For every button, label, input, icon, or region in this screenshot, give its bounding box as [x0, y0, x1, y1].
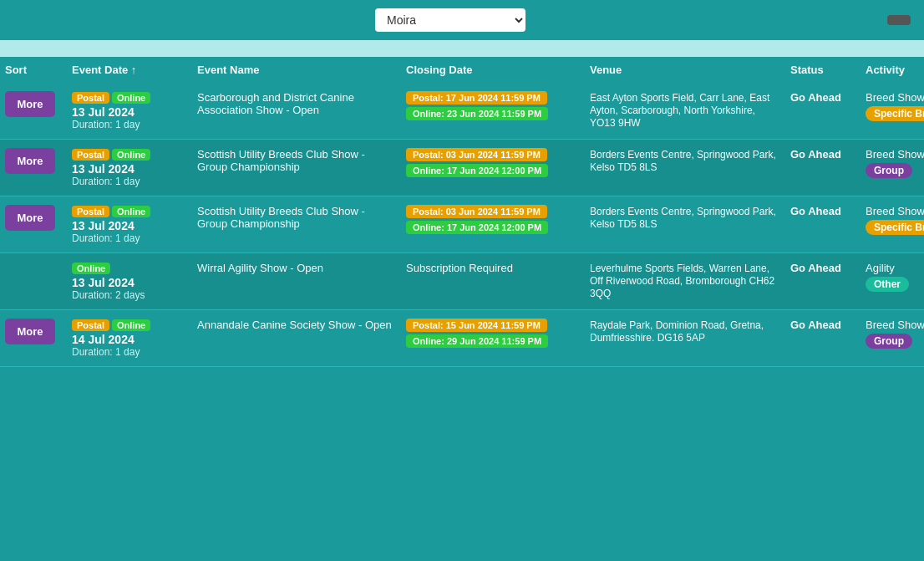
options-button[interactable]: [887, 15, 911, 25]
more-button[interactable]: More: [5, 319, 55, 344]
options-section: [881, 15, 911, 25]
event-name-cell: Annandale Canine Society Show - Open: [192, 319, 401, 331]
closing-postal-badge: Postal: 15 Jun 2024 11:59 PM: [406, 319, 547, 332]
status-text: Go Ahead: [790, 148, 841, 161]
badges-row: PostalOnline: [72, 91, 187, 104]
event-duration: Duration: 2 days: [72, 289, 187, 301]
event-date: 14 Jul 2024: [72, 333, 187, 346]
status-text: Go Ahead: [790, 91, 841, 104]
event-name-cell: Scottish Utility Breeds Club Show - Grou…: [192, 205, 401, 230]
event-name-cell: Scarborough and District Canine Associat…: [192, 91, 401, 116]
more-button[interactable]: More: [5, 91, 55, 117]
activity-text: Breed Showing: [866, 148, 924, 161]
more-button[interactable]: More: [5, 148, 55, 174]
status-text: Go Ahead: [790, 319, 841, 331]
event-name-text: Scarborough and District Canine Associat…: [197, 91, 354, 116]
event-name-text: Annandale Canine Society Show - Open: [197, 319, 392, 331]
status-cell: Go Ahead: [785, 91, 861, 104]
sort-cell: More: [0, 91, 67, 117]
event-date: 13 Jul 2024: [72, 105, 187, 119]
event-name-text: Wirral Agility Show - Open: [197, 262, 323, 274]
sort-cell: More: [0, 319, 67, 344]
event-duration: Duration: 1 day: [72, 176, 187, 187]
closing-postal-badge: Postal: 03 Jun 2024 11:59 PM: [406, 205, 547, 218]
activity-text: Breed Showing: [866, 91, 924, 104]
online-badge: Online: [112, 206, 150, 217]
postal-badge: Postal: [72, 206, 109, 217]
col-event-name: Event Name: [192, 64, 401, 76]
online-badge: Online: [72, 263, 110, 274]
for-section: Moira: [368, 8, 525, 32]
sort-cell: More: [0, 205, 67, 231]
table-row: MorePostalOnline 13 Jul 2024 Duration: 1…: [0, 140, 924, 196]
date-cell: PostalOnline 13 Jul 2024 Duration: 1 day: [67, 148, 192, 187]
venue-text: East Ayton Sports Field, Carr Lane, East…: [590, 92, 769, 129]
status-cell: Go Ahead: [785, 205, 861, 217]
closing-online-badge: Online: 17 Jun 2024 12:00 PM: [406, 221, 548, 234]
postal-badge: Postal: [72, 319, 109, 331]
closing-online-badge: Online: 23 Jun 2024 11:59 PM: [406, 107, 548, 120]
closing-date-cell: Postal: 15 Jun 2024 11:59 PM Online: 29 …: [401, 319, 585, 348]
closing-date-cell: Postal: 03 Jun 2024 11:59 PM Online: 17 …: [401, 205, 585, 234]
activity-badge: Group: [866, 334, 912, 349]
venue-text: Borders Events Centre, Springwood Park, …: [590, 206, 776, 230]
venue-cell: East Ayton Sports Field, Carr Lane, East…: [585, 91, 785, 129]
header: Moira: [0, 0, 924, 55]
status-cell: Go Ahead: [785, 148, 861, 161]
closing-date-cell: Postal: 17 Jun 2024 11:59 PM Online: 23 …: [401, 91, 585, 120]
activity-cell: Breed Showing Specific Breed: [861, 91, 924, 121]
postal-badge: Postal: [72, 92, 109, 104]
event-name-text: Scottish Utility Breeds Club Show - Grou…: [197, 205, 365, 230]
date-cell: PostalOnline 13 Jul 2024 Duration: 1 day: [67, 91, 192, 130]
activity-badge: Specific Breed: [866, 220, 924, 235]
col-closing-date: Closing Date: [401, 64, 585, 76]
table-header-row: Sort Event Date ↑ Event Name Closing Dat…: [0, 55, 924, 83]
badges-row: PostalOnline: [72, 148, 187, 161]
venue-cell: Leverhulme Sports Fields, Warren Lane, O…: [585, 262, 785, 299]
closing-date-cell: Subscription Required: [401, 262, 585, 274]
event-duration: Duration: 1 day: [72, 119, 187, 130]
col-status: Status: [785, 64, 861, 76]
table: Sort Event Date ↑ Event Name Closing Dat…: [0, 55, 924, 367]
event-name-cell: Scottish Utility Breeds Club Show - Grou…: [192, 148, 401, 173]
event-duration: Duration: 1 day: [72, 232, 187, 244]
activity-cell: Breed Showing Specific Breed: [861, 205, 924, 235]
venue-text: Leverhulme Sports Fields, Warren Lane, O…: [590, 263, 774, 299]
event-name-text: Scottish Utility Breeds Club Show - Grou…: [197, 148, 365, 173]
activity-cell: Breed Showing Group: [861, 148, 924, 178]
activity-text: Agility: [866, 262, 924, 274]
col-sort: Sort: [0, 64, 67, 76]
badges-row: PostalOnline: [72, 205, 187, 217]
venue-cell: Borders Events Centre, Springwood Park, …: [585, 148, 785, 173]
sort-cell: More: [0, 148, 67, 174]
activity-badge: Specific Breed: [866, 106, 924, 121]
event-duration: Duration: 1 day: [72, 346, 187, 358]
venue-text: Raydale Park, Dominion Road, Gretna, Dum…: [590, 319, 764, 344]
venue-cell: Borders Events Centre, Springwood Park, …: [585, 205, 785, 230]
activity-badge: Group: [866, 163, 912, 178]
status-cell: Go Ahead: [785, 319, 861, 331]
dog-select[interactable]: Moira: [375, 8, 525, 32]
activity-cell: Agility Other: [861, 262, 924, 292]
online-badge: Online: [112, 319, 150, 331]
date-cell: Online 13 Jul 2024 Duration: 2 days: [67, 262, 192, 301]
activity-text: Breed Showing: [866, 319, 924, 331]
closing-postal-badge: Postal: 17 Jun 2024 11:59 PM: [406, 91, 547, 105]
table-row: MorePostalOnline 13 Jul 2024 Duration: 1…: [0, 196, 924, 253]
table-row: MorePostalOnline 13 Jul 2024 Duration: 1…: [0, 83, 924, 140]
badges-row: Online: [72, 262, 187, 274]
status-text: Go Ahead: [790, 205, 841, 217]
date-cell: PostalOnline 14 Jul 2024 Duration: 1 day: [67, 319, 192, 358]
more-button[interactable]: More: [5, 205, 55, 231]
activity-text: Breed Showing: [866, 205, 924, 217]
event-name-cell: Wirral Agility Show - Open: [192, 262, 401, 274]
col-event-date[interactable]: Event Date ↑: [67, 64, 192, 76]
closing-online-badge: Online: 29 Jun 2024 11:59 PM: [406, 334, 548, 348]
closing-date-cell: Postal: 03 Jun 2024 11:59 PM Online: 17 …: [401, 148, 585, 177]
postal-badge: Postal: [72, 149, 109, 161]
closing-online-badge: Online: 17 Jun 2024 12:00 PM: [406, 164, 548, 177]
online-badge: Online: [112, 149, 150, 161]
event-date: 13 Jul 2024: [72, 276, 187, 289]
event-date: 13 Jul 2024: [72, 219, 187, 232]
table-body: MorePostalOnline 13 Jul 2024 Duration: 1…: [0, 83, 924, 367]
